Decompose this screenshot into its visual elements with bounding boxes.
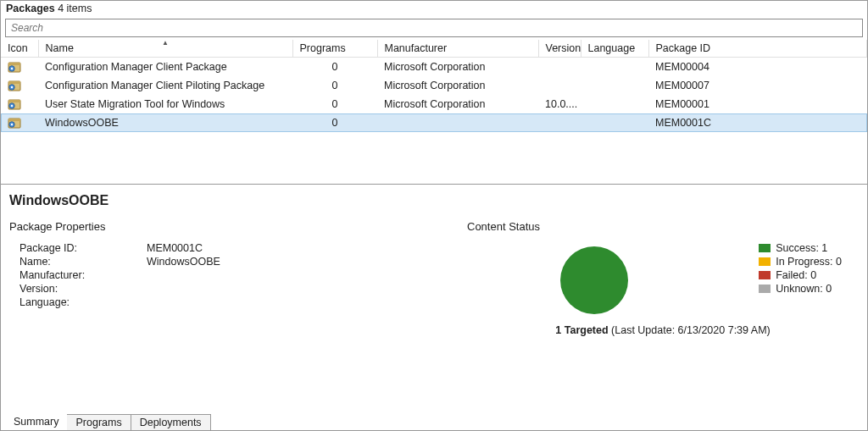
- col-package-id[interactable]: Package ID: [648, 40, 867, 58]
- col-name-label: Name: [46, 42, 74, 54]
- legend-success: Success: 1: [776, 242, 827, 254]
- cell-name: WindowsOOBE: [38, 113, 292, 132]
- prop-name-label: Name:: [19, 256, 147, 268]
- cell-programs: 0: [292, 58, 377, 77]
- prop-manufacturer-label: Manufacturer:: [19, 269, 147, 281]
- svg-point-7: [11, 86, 13, 88]
- list-title: Packages: [6, 3, 55, 14]
- cell-language: [581, 58, 648, 77]
- swatch-progress-icon: [759, 257, 771, 266]
- content-status-pie-chart: [560, 246, 628, 314]
- cell-package-id: MEM0001C: [648, 113, 867, 132]
- table-row[interactable]: Configuration Manager Client Piloting Pa…: [1, 76, 867, 95]
- targeted-summary: 1 Targeted (Last Update: 6/13/2020 7:39 …: [467, 324, 859, 336]
- tab-summary[interactable]: Summary: [5, 413, 67, 430]
- svg-point-3: [11, 68, 13, 69]
- cell-manufacturer: Microsoft Corporation: [377, 76, 538, 95]
- svg-rect-1: [8, 63, 20, 65]
- swatch-success-icon: [759, 244, 771, 252]
- cell-programs: 0: [292, 76, 377, 95]
- targeted-update: (Last Update: 6/13/2020 7:39 AM): [611, 324, 771, 336]
- svg-rect-9: [8, 100, 20, 102]
- cell-name: User State Migration Tool for Windows: [38, 95, 292, 113]
- cell-version: [538, 113, 581, 132]
- tab-programs[interactable]: Programs: [66, 414, 131, 430]
- cell-package-id: MEM00007: [648, 76, 867, 95]
- cell-manufacturer: Microsoft Corporation: [377, 95, 538, 113]
- cell-programs: 0: [292, 95, 377, 113]
- cell-manufacturer: Microsoft Corporation: [377, 58, 538, 77]
- list-header: Packages 4 items: [1, 1, 867, 16]
- detail-title: WindowsOOBE: [9, 193, 859, 208]
- list-count: 4 items: [58, 3, 92, 14]
- package-icon: [8, 116, 21, 128]
- legend-inprogress: In Progress: 0: [776, 256, 842, 268]
- col-programs[interactable]: Programs: [292, 40, 377, 58]
- prop-package-id-value: MEM0001C: [147, 242, 203, 254]
- packages-table: Icon ▲ Name Programs Manufacturer Versio…: [1, 40, 867, 132]
- cell-language: [581, 95, 648, 113]
- cell-language: [581, 113, 648, 132]
- legend-failed: Failed: 0: [776, 269, 816, 281]
- targeted-count: 1 Targeted: [555, 324, 608, 336]
- cell-version: [538, 58, 581, 77]
- swatch-failed-icon: [759, 271, 771, 279]
- swatch-unknown-icon: [759, 285, 771, 293]
- sort-asc-icon: ▲: [162, 40, 169, 47]
- cell-package-id: MEM00004: [648, 58, 867, 77]
- svg-rect-13: [8, 119, 20, 121]
- search-input[interactable]: [5, 19, 863, 37]
- package-icon: [8, 97, 21, 109]
- table-row[interactable]: WindowsOOBE0MEM0001C: [1, 113, 867, 132]
- table-row[interactable]: User State Migration Tool for Windows0Mi…: [1, 95, 867, 113]
- prop-language-label: Language:: [19, 296, 147, 308]
- svg-point-11: [11, 105, 13, 107]
- col-icon[interactable]: Icon: [1, 40, 38, 58]
- prop-package-id-label: Package ID:: [19, 242, 147, 254]
- svg-rect-5: [8, 81, 20, 84]
- cell-manufacturer: [377, 113, 538, 132]
- cell-package-id: MEM00001: [648, 95, 867, 113]
- content-status-heading: Content Status: [467, 220, 859, 233]
- col-version[interactable]: Version: [538, 40, 581, 58]
- cell-name: Configuration Manager Client Package: [38, 58, 292, 77]
- cell-language: [581, 76, 648, 95]
- cell-name: Configuration Manager Client Piloting Pa…: [38, 76, 292, 95]
- col-name[interactable]: ▲ Name: [38, 40, 292, 58]
- cell-programs: 0: [292, 113, 377, 132]
- prop-name-value: WindowsOOBE: [147, 256, 220, 268]
- col-manufacturer[interactable]: Manufacturer: [377, 40, 538, 58]
- tab-deployments[interactable]: Deployments: [131, 414, 211, 430]
- legend-unknown: Unknown: 0: [776, 283, 832, 295]
- package-properties-heading: Package Properties: [9, 220, 467, 233]
- content-status-legend: Success: 1 In Progress: 0 Failed: 0 Unkn…: [759, 241, 842, 296]
- package-icon: [8, 79, 21, 91]
- svg-point-15: [11, 124, 13, 125]
- prop-version-label: Version:: [19, 283, 147, 295]
- detail-pane: WindowsOOBE Package Properties Package I…: [1, 184, 867, 336]
- package-icon: [8, 60, 21, 72]
- cell-version: [538, 76, 581, 95]
- cell-version: 10.0....: [538, 95, 581, 113]
- col-language[interactable]: Language: [581, 40, 648, 58]
- table-row[interactable]: Configuration Manager Client Package0Mic…: [1, 58, 867, 77]
